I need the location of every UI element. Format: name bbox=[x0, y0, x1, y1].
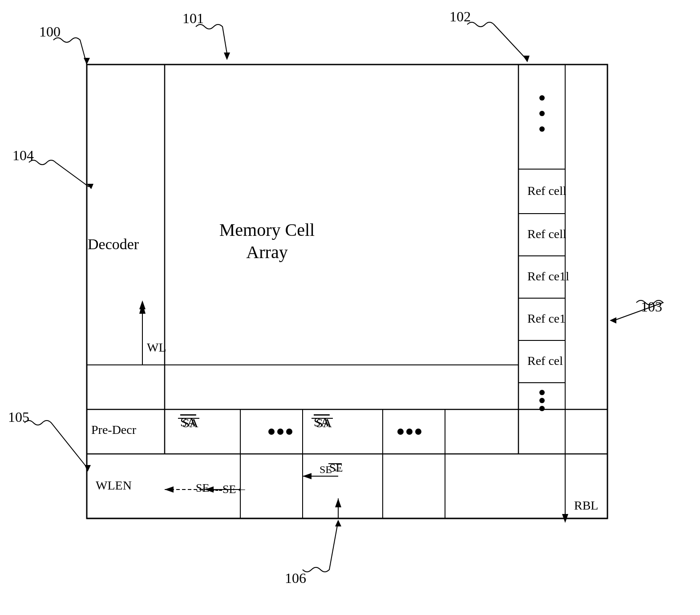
svg-marker-24 bbox=[523, 56, 530, 62]
svg-point-44 bbox=[286, 429, 292, 435]
svg-point-47 bbox=[397, 429, 404, 435]
decoder-label: Decoder bbox=[88, 236, 139, 252]
svg-marker-23 bbox=[224, 53, 230, 60]
svg-point-49 bbox=[415, 429, 421, 435]
refcell-4: Ref ce1 bbox=[527, 312, 566, 325]
label-102: 102 bbox=[449, 8, 471, 24]
predecr-label: Pre-Decr bbox=[91, 423, 137, 437]
svg-point-31 bbox=[539, 126, 545, 132]
svg-point-42 bbox=[268, 429, 275, 435]
label-103: 103 bbox=[641, 299, 662, 315]
refcell-3: Ref ce1l bbox=[527, 269, 569, 283]
svg-point-33 bbox=[539, 398, 545, 403]
wlen-label: WLEN bbox=[96, 478, 132, 492]
sa-overline-2: SA bbox=[314, 415, 330, 429]
svg-point-32 bbox=[539, 390, 545, 395]
se-2: SE← bbox=[320, 464, 343, 475]
svg-point-29 bbox=[539, 95, 545, 101]
svg-point-43 bbox=[277, 429, 283, 435]
refcell-5: Ref cel bbox=[527, 354, 563, 368]
label-105: 105 bbox=[8, 409, 29, 425]
svg-marker-22 bbox=[84, 58, 90, 65]
memory-cell-array-label: Memory Cell bbox=[219, 220, 315, 240]
sa-overline-1: SA bbox=[180, 415, 197, 429]
svg-point-34 bbox=[539, 406, 545, 411]
diagram: 100 101 102 103 104 105 106 Decoder Memo… bbox=[0, 0, 700, 615]
rbl-label: RBL bbox=[574, 498, 598, 512]
memory-cell-array-label2: Array bbox=[246, 242, 287, 262]
se-wlen-1: ←---SE← bbox=[199, 483, 247, 496]
wl-label: WL bbox=[147, 340, 166, 354]
label-106: 106 bbox=[285, 570, 306, 586]
label-100: 100 bbox=[39, 24, 61, 40]
refcell-2: Ref cell bbox=[527, 227, 566, 241]
label-104: 104 bbox=[12, 147, 34, 163]
svg-point-30 bbox=[539, 111, 545, 116]
svg-marker-25 bbox=[610, 317, 616, 324]
svg-point-48 bbox=[406, 429, 413, 435]
svg-marker-28 bbox=[335, 520, 341, 526]
label-101: 101 bbox=[182, 10, 204, 26]
refcell-1: Ref cell bbox=[527, 184, 566, 198]
